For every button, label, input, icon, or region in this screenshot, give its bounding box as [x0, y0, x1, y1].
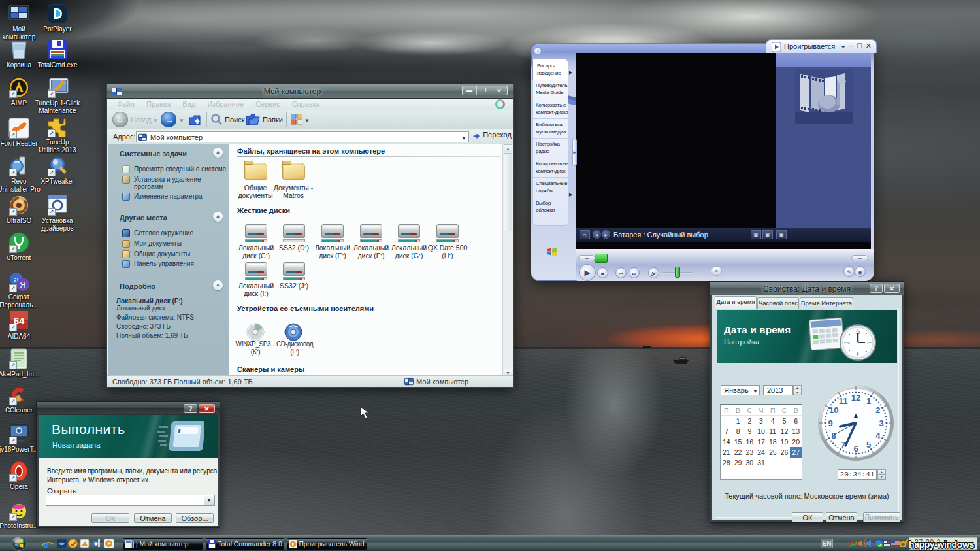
svg-text:10: 10: [829, 405, 838, 415]
svg-text:8: 8: [832, 431, 836, 441]
svg-text:6: 6: [853, 444, 858, 454]
svg-text:64: 64: [14, 315, 25, 326]
svg-text:12: 12: [851, 393, 860, 403]
svg-text:3: 3: [879, 418, 883, 428]
svg-text:4: 4: [875, 431, 881, 441]
svg-text:1: 1: [866, 396, 871, 406]
svg-text:11: 11: [839, 396, 848, 406]
svg-text:Я: Я: [20, 280, 25, 290]
svg-text:5: 5: [866, 440, 871, 450]
svg-text:9: 9: [828, 418, 832, 428]
svg-text:2: 2: [875, 405, 880, 415]
